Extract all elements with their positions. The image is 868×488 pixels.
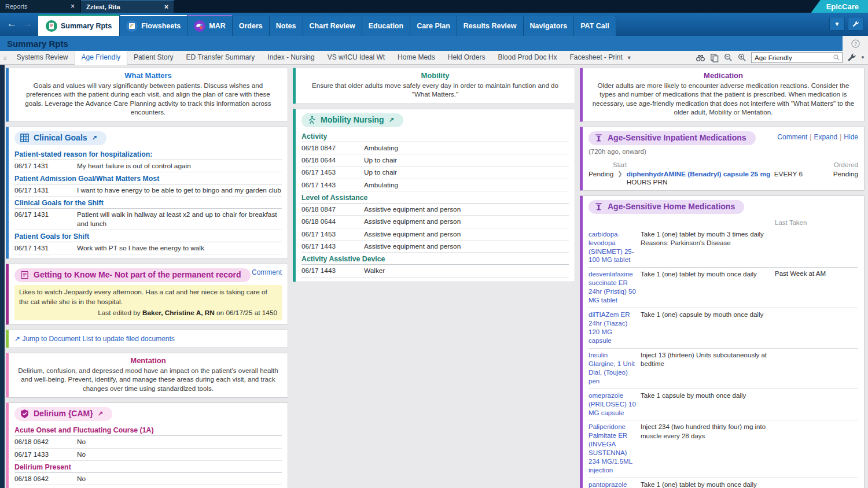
more-activities-button[interactable]: ▼ [829, 17, 845, 31]
help-icon[interactable]: ? [851, 39, 860, 48]
clinical-goals-header[interactable]: Clinical Goals ↗ [14, 131, 106, 145]
tab-patient-story[interactable]: Patient Story [127, 51, 180, 64]
workspace-tab-reports[interactable]: Reports × [0, 0, 81, 13]
ordered-status: Pending [833, 170, 858, 178]
activity-tab-education[interactable]: Education [362, 16, 410, 36]
activity-tab-label: Navigators [530, 22, 568, 30]
activity-tab-care-plan[interactable]: Care Plan [410, 16, 457, 36]
toolbar-wrench-button[interactable] [848, 17, 863, 31]
medication-link[interactable]: omeprazole (PRILOSEC) 10 MG capsule [589, 391, 636, 417]
activity-tab-label: Education [369, 22, 403, 30]
binoculars-icon[interactable] [696, 53, 705, 62]
inpatient-medications-header[interactable]: Age-Sensitive Inpatient Medications [589, 131, 756, 145]
activity-tab-orders[interactable]: Orders [233, 16, 270, 36]
tab-strip-tools: ▼ [696, 52, 865, 63]
home-medication-row: omeprazole (PRILOSEC) 10 MG capsule Take… [589, 389, 858, 421]
what-matters-card: What Matters Goals and values will vary … [6, 68, 288, 122]
settings-wrench-icon[interactable] [847, 53, 856, 62]
tab-age-friendly[interactable]: Age Friendly [75, 50, 127, 65]
tab-facesheet-print[interactable]: Facesheet - Print▼ [563, 51, 638, 64]
activity-tab-notes[interactable]: Notes [270, 16, 303, 36]
tab-overflow-icon[interactable]: ≡ [1, 55, 10, 64]
activity-tab-navigators[interactable]: Navigators [524, 16, 575, 36]
home-medication-row: Paliperidone Palmitate ER (INVEGA SUSTEN… [589, 420, 858, 478]
shield-icon [20, 409, 30, 419]
last-taken-value [775, 310, 858, 345]
copy-icon[interactable] [709, 53, 719, 62]
workspace-tab-patient[interactable]: Zztest, Rita × [81, 0, 175, 13]
column-mobility: Mobility Ensure that older adults move s… [293, 68, 575, 488]
medication-link[interactable]: carbidopa-levodopa (SINEMET) 25-100 MG t… [589, 230, 636, 265]
expand-link[interactable]: Expand [814, 133, 837, 141]
row-time: 06/18 0847 [301, 205, 364, 214]
medication-link[interactable]: Insulin Glargine, 1 Unit Dial, (Toujeo) … [589, 351, 636, 386]
medication-sig: Take 1 (one) tablet by mouth once daily [641, 480, 770, 488]
activity-tab-summary-rpts[interactable]: Summary Rpts [38, 14, 120, 36]
wrench-icon [852, 20, 859, 28]
start-status: Pending [589, 170, 613, 178]
home-medication-row: pantoprazole EC (Protonix) 20 MG tablet … [589, 478, 858, 488]
home-medication-row: Insulin Glargine, 1 Unit Dial, (Toujeo) … [589, 349, 858, 389]
last-taken-value [775, 351, 858, 386]
hide-link[interactable]: Hide [844, 133, 858, 141]
jump-to-icon[interactable]: ↗ [98, 410, 103, 417]
data-row: 06/18 0847Ambulating [301, 142, 569, 154]
data-row: 06/17 1433No [14, 449, 282, 461]
medication-link[interactable]: diphenhydrAMINE (Benadryl) capsule 25 mg [627, 170, 770, 178]
close-icon[interactable]: × [164, 3, 168, 11]
zoom-in-icon[interactable] [737, 53, 747, 62]
getting-to-know-me-header[interactable]: Getting to Know Me- Not part of the perm… [14, 268, 251, 282]
row-time: 06/17 1431 [14, 186, 77, 195]
expand-chevron-icon[interactable]: ❯ [617, 170, 622, 177]
row-heading: Patient-stated reason for hospitalizatio… [14, 148, 282, 160]
medication-link[interactable]: desvenlafaxine succinate ER 24hr (Pristi… [589, 270, 636, 305]
data-row: 06/17 1431Patient will walk in hallway a… [14, 209, 282, 230]
tab-vs-icu-ideal-wt[interactable]: VS w/ICU Ideal Wt [321, 51, 391, 64]
row-value: Assistive equipment and person [364, 217, 569, 226]
mobility-nursing-header[interactable]: Mobility Nursing ↗ [301, 113, 403, 127]
edited-by: Baker, Christine A, RN [142, 309, 215, 317]
back-arrow-icon[interactable]: ← [7, 19, 17, 28]
page-title-area: Summary Rpts [0, 36, 843, 51]
activity-tab-results-review[interactable]: Results Review [457, 16, 524, 36]
jump-to-icon[interactable]: ↗ [92, 134, 97, 142]
comment-link[interactable]: Comment [252, 268, 282, 276]
activity-tab-label: Results Review [464, 22, 517, 30]
tab-ed-transfer-summary[interactable]: ED Transfer Summary [180, 51, 262, 64]
tab-home-meds[interactable]: Home Meds [391, 51, 442, 64]
jump-to-document-list-link[interactable]: ↗ Jump to Document List to update filed … [14, 335, 175, 343]
search-input[interactable] [755, 54, 833, 61]
activity-tab-flowsheets[interactable]: Flowsheets [120, 15, 187, 36]
row-heading: Patient Goals for Shift [14, 230, 282, 242]
delirium-cam-header[interactable]: Delirium {CAM} ↗ [14, 407, 112, 421]
activity-tab-mar[interactable]: MAR [187, 15, 232, 36]
medication-link[interactable]: dilTIAZem ER 24hr (Tiazac) 120 MG capsul… [589, 310, 636, 345]
close-icon[interactable]: × [71, 2, 75, 10]
activity-tab-pat-call[interactable]: PAT Call [574, 16, 616, 36]
row-time: 06/18 0644 [301, 156, 364, 165]
chevron-down-icon[interactable]: ▼ [627, 55, 632, 61]
column-medication: Medication Older adults are more likely … [580, 68, 865, 488]
chevron-down-icon[interactable]: ▼ [860, 55, 865, 60]
tab-held-orders[interactable]: Held Orders [442, 51, 492, 64]
home-medications-header[interactable]: Age-Sensitive Home Medications [589, 200, 744, 214]
row-value: Assistive equipment and person [364, 205, 569, 214]
medication-link[interactable]: Paliperidone Palmitate ER (INVEGA SUSTEN… [589, 423, 636, 475]
tab-blood-prod-doc-hx[interactable]: Blood Prod Doc Hx [491, 51, 563, 64]
edited-prefix: Last edited by [98, 309, 142, 317]
row-time: 06/18 0642 [14, 475, 77, 483]
jump-to-icon[interactable]: ↗ [389, 116, 394, 124]
comment-link[interactable]: Comment [777, 133, 807, 141]
row-heading: Clinical Goals for the Shift [14, 197, 282, 209]
link-separator: | [840, 133, 841, 141]
forward-arrow-icon[interactable]: → [23, 19, 32, 28]
search-icon[interactable] [833, 54, 840, 61]
medication-link[interactable]: pantoprazole EC (Protonix) 20 MG tablet [589, 480, 636, 488]
tab-systems-review[interactable]: Systems Review [10, 51, 75, 64]
tab-index-nursing[interactable]: Index - Nursing [261, 51, 321, 64]
row-time: 06/17 1433 [14, 450, 77, 459]
last-taken-value [775, 423, 858, 475]
activity-tab-chart-review[interactable]: Chart Review [303, 16, 362, 36]
data-row: 06/17 1443Assistive equipment and person [301, 241, 569, 253]
zoom-out-icon[interactable] [723, 53, 733, 62]
